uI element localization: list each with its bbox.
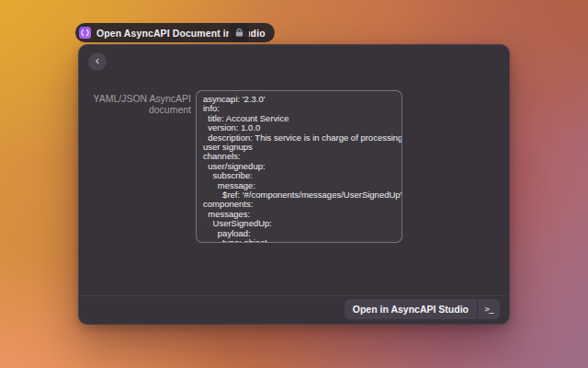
open-in-studio-label: Open in AsyncAPI Studio: [345, 304, 477, 315]
terminal-prompt-icon: >_: [478, 305, 500, 314]
document-textarea[interactable]: asyncapi: '2.3.0' info: title: Account S…: [196, 90, 402, 243]
footer-divider: [79, 295, 509, 296]
asyncapi-extension-icon: [79, 27, 91, 39]
main-window: ‹ YAML/JSON AsyncAPI document asyncapi: …: [78, 44, 510, 325]
document-text: asyncapi: '2.3.0' info: title: Account S…: [203, 95, 395, 243]
lock-pill[interactable]: [229, 23, 249, 42]
chevron-left-icon: ‹: [96, 53, 99, 67]
document-field-label: YAML/JSON AsyncAPI document: [86, 93, 191, 115]
lock-icon: [234, 28, 244, 38]
open-in-studio-button[interactable]: Open in AsyncAPI Studio >_: [345, 299, 500, 319]
back-button[interactable]: ‹: [88, 52, 107, 71]
